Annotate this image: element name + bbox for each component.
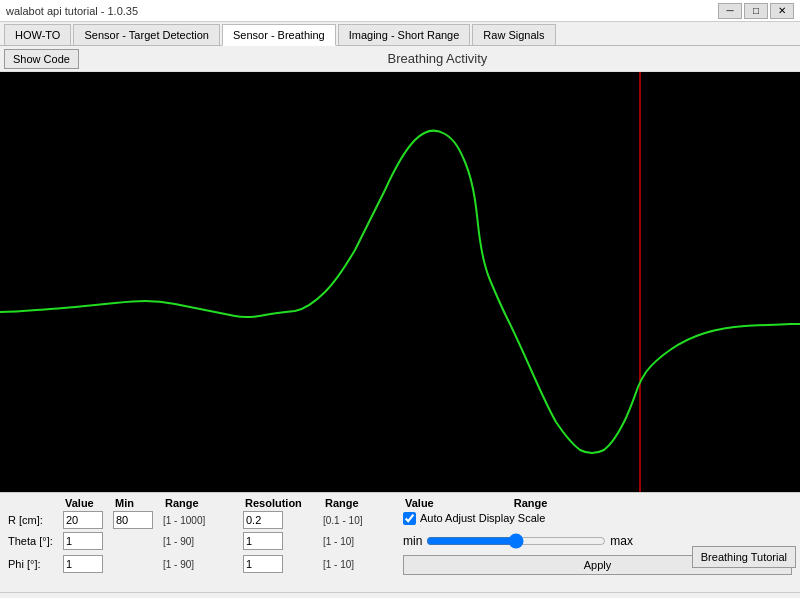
header-min: Min xyxy=(115,497,165,509)
window-controls: ─ □ ✕ xyxy=(718,3,794,19)
tab-bar: HOW-TO Sensor - Target Detection Sensor … xyxy=(0,22,800,46)
header-range1: Range xyxy=(165,497,245,509)
theta-value-input[interactable] xyxy=(63,532,103,550)
controls-area: Value Min Range Resolution Range Value R… xyxy=(0,492,800,592)
phi-resolution-input[interactable] xyxy=(243,555,283,573)
header-right-range: Range xyxy=(514,497,548,509)
header-right-value: Value xyxy=(405,497,434,509)
header-label xyxy=(10,497,65,509)
header-value: Value xyxy=(65,497,115,509)
close-button[interactable]: ✕ xyxy=(770,3,794,19)
phi-value-input[interactable] xyxy=(63,555,103,573)
phi-range2: [1 - 10] xyxy=(323,559,403,570)
chart-area xyxy=(0,72,800,492)
header-resolution: Resolution xyxy=(245,497,325,509)
minimize-button[interactable]: ─ xyxy=(718,3,742,19)
app-title: walabot api tutorial - 1.0.35 xyxy=(6,5,138,17)
section-title: Breathing Activity xyxy=(79,51,796,66)
svg-rect-0 xyxy=(0,72,800,492)
tab-imaging[interactable]: Imaging - Short Range xyxy=(338,24,471,46)
maximize-button[interactable]: □ xyxy=(744,3,768,19)
phi-range1: [1 - 90] xyxy=(163,559,243,570)
auto-adjust-container: Auto Adjust Display Scale xyxy=(403,512,792,529)
theta-label: Theta [°]: xyxy=(8,535,63,547)
phi-row: Phi [°]: [1 - 90] [1 - 10] Apply xyxy=(8,553,792,575)
tab-howto[interactable]: HOW-TO xyxy=(4,24,71,46)
tab-target-detection[interactable]: Sensor - Target Detection xyxy=(73,24,220,46)
r-label: R [cm]: xyxy=(8,514,63,526)
breathing-tutorial-button[interactable]: Breathing Tutorial xyxy=(692,546,796,568)
toolbar: Show Code Breathing Activity xyxy=(0,46,800,72)
display-scale-slider[interactable] xyxy=(426,533,606,549)
theta-resolution-input[interactable] xyxy=(243,532,283,550)
theta-range1: [1 - 90] xyxy=(163,536,243,547)
tab-raw-signals[interactable]: Raw Signals xyxy=(472,24,555,46)
r-range2: [0.1 - 10] xyxy=(323,515,403,526)
theta-row: Theta [°]: [1 - 90] [1 - 10] min max xyxy=(8,532,792,550)
controls-headers: Value Min Range Resolution Range Value R… xyxy=(8,497,792,509)
r-range1: [1 - 1000] xyxy=(163,515,243,526)
r-max-input[interactable] xyxy=(113,511,153,529)
slider-min-label: min xyxy=(403,534,422,548)
breathing-chart xyxy=(0,72,800,492)
status-bar: Software Version: 1.0.35 HW Version: T00… xyxy=(0,592,800,598)
show-code-button[interactable]: Show Code xyxy=(4,49,79,69)
auto-adjust-label: Auto Adjust Display Scale xyxy=(420,512,545,524)
auto-adjust-checkbox[interactable] xyxy=(403,512,416,525)
theta-range2: [1 - 10] xyxy=(323,536,403,547)
title-bar: walabot api tutorial - 1.0.35 ─ □ ✕ xyxy=(0,0,800,22)
auto-adjust-row: Auto Adjust Display Scale xyxy=(403,512,792,525)
phi-label: Phi [°]: xyxy=(8,558,63,570)
header-range2: Range xyxy=(325,497,405,509)
r-resolution-input[interactable] xyxy=(243,511,283,529)
r-value-input[interactable] xyxy=(63,511,103,529)
slider-max-label: max xyxy=(610,534,633,548)
r-row: R [cm]: [1 - 1000] [0.1 - 10] Auto Adjus… xyxy=(8,511,792,529)
tab-breathing[interactable]: Sensor - Breathing xyxy=(222,24,336,46)
